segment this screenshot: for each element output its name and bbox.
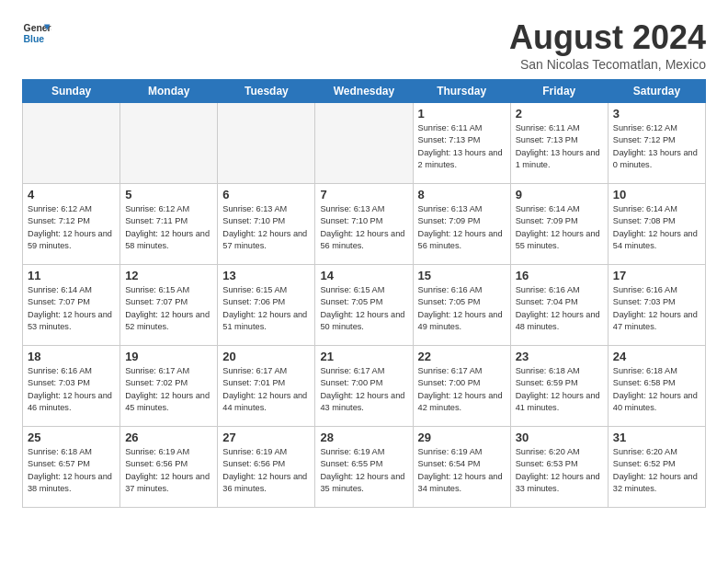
page-header: General Blue August 2024 San Nicolas Tec… (22, 18, 706, 72)
day-info: Sunrise: 6:12 AMSunset: 7:12 PMDaylight:… (613, 122, 700, 171)
day-number: 14 (320, 269, 407, 282)
day-info: Sunrise: 6:19 AMSunset: 6:54 PMDaylight:… (418, 446, 506, 495)
header-row: SundayMondayTuesdayWednesdayThursdayFrid… (23, 80, 706, 103)
day-number: 11 (28, 269, 115, 282)
day-cell: 10 Sunrise: 6:14 AMSunset: 7:08 PMDaylig… (608, 184, 705, 265)
day-cell: 1 Sunrise: 6:11 AMSunset: 7:13 PMDayligh… (413, 103, 510, 184)
day-info: Sunrise: 6:15 AMSunset: 7:05 PMDaylight:… (320, 284, 407, 333)
day-number: 7 (320, 188, 407, 201)
day-info: Sunrise: 6:17 AMSunset: 7:00 PMDaylight:… (320, 365, 407, 414)
day-cell: 5 Sunrise: 6:12 AMSunset: 7:11 PMDayligh… (120, 184, 218, 265)
day-number: 23 (516, 350, 603, 363)
day-info: Sunrise: 6:19 AMSunset: 6:56 PMDaylight:… (125, 446, 212, 495)
day-number: 21 (320, 350, 407, 363)
day-number: 3 (613, 107, 700, 121)
day-cell (23, 103, 120, 184)
day-cell: 28 Sunrise: 6:19 AMSunset: 6:55 PMDaylig… (315, 427, 413, 508)
day-number: 6 (222, 188, 310, 201)
month-title: August 2024 (509, 18, 706, 57)
calendar-table: SundayMondayTuesdayWednesdayThursdayFrid… (22, 79, 706, 508)
day-cell: 25 Sunrise: 6:18 AMSunset: 6:57 PMDaylig… (23, 427, 120, 508)
day-cell: 15 Sunrise: 6:16 AMSunset: 7:05 PMDaylig… (413, 265, 510, 346)
day-cell: 17 Sunrise: 6:16 AMSunset: 7:03 PMDaylig… (608, 265, 705, 346)
day-info: Sunrise: 6:19 AMSunset: 6:55 PMDaylight:… (320, 446, 407, 495)
day-info: Sunrise: 6:13 AMSunset: 7:10 PMDaylight:… (320, 203, 407, 252)
day-number: 2 (516, 107, 603, 121)
day-cell: 29 Sunrise: 6:19 AMSunset: 6:54 PMDaylig… (413, 427, 510, 508)
day-cell: 30 Sunrise: 6:20 AMSunset: 6:53 PMDaylig… (510, 427, 608, 508)
week-row-5: 25 Sunrise: 6:18 AMSunset: 6:57 PMDaylig… (23, 427, 706, 508)
day-number: 24 (613, 350, 700, 363)
subtitle: San Nicolas Tecomatlan, Mexico (509, 57, 706, 72)
svg-text:Blue: Blue (24, 34, 45, 44)
day-info: Sunrise: 6:13 AMSunset: 7:09 PMDaylight:… (418, 203, 506, 252)
day-number: 18 (28, 350, 115, 363)
day-number: 25 (28, 431, 115, 444)
day-info: Sunrise: 6:14 AMSunset: 7:07 PMDaylight:… (28, 284, 115, 333)
day-cell (315, 103, 413, 184)
day-cell: 18 Sunrise: 6:16 AMSunset: 7:03 PMDaylig… (23, 346, 120, 427)
day-cell: 9 Sunrise: 6:14 AMSunset: 7:09 PMDayligh… (510, 184, 608, 265)
day-info: Sunrise: 6:14 AMSunset: 7:08 PMDaylight:… (613, 203, 700, 252)
week-row-1: 1 Sunrise: 6:11 AMSunset: 7:13 PMDayligh… (23, 103, 706, 184)
day-info: Sunrise: 6:18 AMSunset: 6:57 PMDaylight:… (28, 446, 115, 495)
day-info: Sunrise: 6:17 AMSunset: 7:00 PMDaylight:… (418, 365, 506, 414)
day-info: Sunrise: 6:19 AMSunset: 6:56 PMDaylight:… (222, 446, 310, 495)
day-info: Sunrise: 6:18 AMSunset: 6:59 PMDaylight:… (516, 365, 603, 414)
day-cell: 14 Sunrise: 6:15 AMSunset: 7:05 PMDaylig… (315, 265, 413, 346)
day-number: 29 (418, 431, 506, 444)
title-block: August 2024 San Nicolas Tecomatlan, Mexi… (509, 18, 706, 72)
day-number: 17 (613, 269, 700, 282)
day-info: Sunrise: 6:20 AMSunset: 6:53 PMDaylight:… (516, 446, 603, 495)
day-info: Sunrise: 6:16 AMSunset: 7:03 PMDaylight:… (28, 365, 115, 414)
logo-icon: General Blue (22, 18, 51, 48)
day-cell: 6 Sunrise: 6:13 AMSunset: 7:10 PMDayligh… (218, 184, 315, 265)
day-number: 9 (516, 188, 603, 201)
day-info: Sunrise: 6:17 AMSunset: 7:02 PMDaylight:… (125, 365, 212, 414)
day-cell: 2 Sunrise: 6:11 AMSunset: 7:13 PMDayligh… (510, 103, 608, 184)
day-cell: 24 Sunrise: 6:18 AMSunset: 6:58 PMDaylig… (608, 346, 705, 427)
day-cell: 16 Sunrise: 6:16 AMSunset: 7:04 PMDaylig… (510, 265, 608, 346)
col-header-monday: Monday (120, 80, 218, 103)
day-cell: 11 Sunrise: 6:14 AMSunset: 7:07 PMDaylig… (23, 265, 120, 346)
day-info: Sunrise: 6:17 AMSunset: 7:01 PMDaylight:… (222, 365, 310, 414)
col-header-thursday: Thursday (413, 80, 510, 103)
day-number: 8 (418, 188, 506, 201)
week-row-2: 4 Sunrise: 6:12 AMSunset: 7:12 PMDayligh… (23, 184, 706, 265)
day-info: Sunrise: 6:20 AMSunset: 6:52 PMDaylight:… (613, 446, 700, 495)
day-cell (218, 103, 315, 184)
day-cell (120, 103, 218, 184)
day-info: Sunrise: 6:16 AMSunset: 7:03 PMDaylight:… (613, 284, 700, 333)
day-number: 19 (125, 350, 212, 363)
day-number: 30 (516, 431, 603, 444)
day-number: 27 (222, 431, 310, 444)
day-cell: 19 Sunrise: 6:17 AMSunset: 7:02 PMDaylig… (120, 346, 218, 427)
day-number: 4 (28, 188, 115, 201)
day-info: Sunrise: 6:15 AMSunset: 7:07 PMDaylight:… (125, 284, 212, 333)
day-number: 5 (125, 188, 212, 201)
day-number: 15 (418, 269, 506, 282)
day-info: Sunrise: 6:13 AMSunset: 7:10 PMDaylight:… (222, 203, 310, 252)
col-header-wednesday: Wednesday (315, 80, 413, 103)
col-header-tuesday: Tuesday (218, 80, 315, 103)
day-cell: 20 Sunrise: 6:17 AMSunset: 7:01 PMDaylig… (218, 346, 315, 427)
col-header-sunday: Sunday (23, 80, 120, 103)
day-info: Sunrise: 6:12 AMSunset: 7:12 PMDaylight:… (28, 203, 115, 252)
day-cell: 22 Sunrise: 6:17 AMSunset: 7:00 PMDaylig… (413, 346, 510, 427)
col-header-friday: Friday (510, 80, 608, 103)
week-row-4: 18 Sunrise: 6:16 AMSunset: 7:03 PMDaylig… (23, 346, 706, 427)
day-number: 22 (418, 350, 506, 363)
day-info: Sunrise: 6:11 AMSunset: 7:13 PMDaylight:… (516, 122, 603, 171)
day-number: 13 (222, 269, 310, 282)
day-number: 20 (222, 350, 310, 363)
day-number: 12 (125, 269, 212, 282)
day-cell: 12 Sunrise: 6:15 AMSunset: 7:07 PMDaylig… (120, 265, 218, 346)
day-cell: 21 Sunrise: 6:17 AMSunset: 7:00 PMDaylig… (315, 346, 413, 427)
week-row-3: 11 Sunrise: 6:14 AMSunset: 7:07 PMDaylig… (23, 265, 706, 346)
day-number: 28 (320, 431, 407, 444)
day-number: 10 (613, 188, 700, 201)
logo: General Blue (22, 18, 51, 48)
day-info: Sunrise: 6:12 AMSunset: 7:11 PMDaylight:… (125, 203, 212, 252)
day-info: Sunrise: 6:18 AMSunset: 6:58 PMDaylight:… (613, 365, 700, 414)
day-cell: 23 Sunrise: 6:18 AMSunset: 6:59 PMDaylig… (510, 346, 608, 427)
